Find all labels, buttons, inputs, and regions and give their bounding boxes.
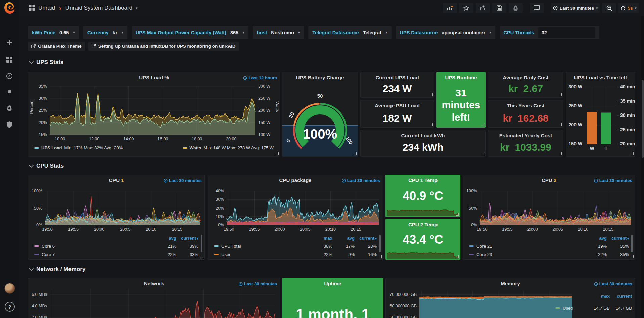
legend-series-name[interactable]: Core 21: [469, 244, 585, 249]
kiosk-mode-button[interactable]: [530, 3, 544, 13]
legend-series-name[interactable]: Core 23: [469, 252, 585, 257]
panel-resize-handle[interactable]: [354, 152, 357, 155]
legend-series-name[interactable]: User: [214, 252, 310, 257]
memory-chart[interactable]: 70.000000 GB60.000000 GB50.000000 GB: [386, 288, 577, 318]
variable-telegraf-datasource[interactable]: Telegraf Datasource Telegraf ▾: [308, 26, 391, 39]
clock-icon: [342, 179, 346, 183]
cpu1-chart[interactable]: 0%50%100%19:5019:5520:0020:0520:1020:15: [28, 184, 204, 235]
share-button[interactable]: [476, 3, 490, 13]
user-avatar[interactable]: [4, 283, 15, 294]
refresh-picker[interactable]: 5s ▾: [618, 3, 639, 13]
save-button[interactable]: [492, 3, 506, 13]
variable-kwh-price[interactable]: kWh Price 0.65 ▾: [28, 26, 79, 39]
legend-column-header[interactable]: current▾: [355, 236, 377, 241]
legend-column-header[interactable]: max: [310, 236, 332, 241]
panel-resize-handle[interactable]: [481, 123, 484, 126]
dashboards-icon[interactable]: [0, 53, 19, 66]
row-header-network-memory[interactable]: Network / Memory: [30, 266, 85, 273]
time-range-picker[interactable]: Last 30 minutes ▾: [551, 3, 600, 13]
legend-column-header[interactable]: avg: [154, 236, 176, 241]
svg-text:250 W: 250 W: [258, 96, 270, 101]
legend-series-name[interactable]: Used: [555, 306, 588, 311]
series-stats: Min: 148 W Max: 278 W Avg: 175 W: [203, 145, 274, 150]
panel-resize-handle[interactable]: [559, 93, 562, 96]
configuration-gear-icon[interactable]: [0, 102, 19, 115]
panel-title[interactable]: UPS Load %: [28, 75, 280, 80]
dashboard-caret-icon[interactable]: ▾: [136, 6, 138, 10]
load-vs-time-chart[interactable]: 150 W200 W250 W300 W20 min25 min30 min35…: [566, 72, 635, 156]
panel-resize-handle[interactable]: [430, 93, 433, 96]
series-stats: Min: 17% Max: 32% Avg: 20%: [64, 145, 123, 150]
variable-ups-datasource[interactable]: UPS Datasource apcupsd-container ▾: [396, 26, 495, 39]
panel-resize-handle[interactable]: [631, 152, 634, 155]
explore-icon[interactable]: [0, 69, 19, 83]
legend-series-ups-load[interactable]: UPS Load Min: 17% Max: 32% Avg: 20%: [34, 145, 123, 150]
panel-resize-handle[interactable]: [559, 123, 562, 126]
variable-currency[interactable]: Currency kr ▾: [83, 26, 127, 39]
legend-series-name[interactable]: Core 7: [34, 252, 154, 257]
link-ups-monitoring-guide[interactable]: Setting up Grafana and InfluxDB for UPS …: [88, 42, 239, 51]
panel-title[interactable]: CPU 2 Temp: [386, 222, 460, 227]
legend-series-watts[interactable]: Watts Min: 148 W Max: 278 W Avg: 175 W: [183, 145, 274, 150]
panel-resize-handle[interactable]: [456, 255, 459, 258]
add-icon[interactable]: [0, 36, 19, 49]
add-panel-button[interactable]: [443, 3, 457, 13]
legend-column-header[interactable]: current▾: [176, 236, 198, 241]
apps-grid-icon[interactable]: [29, 5, 35, 12]
variable-host[interactable]: host Nostromo ▾: [253, 26, 304, 39]
legend-column-header[interactable]: avg: [332, 236, 355, 241]
breadcrumb-folder[interactable]: Unraid: [38, 5, 55, 11]
panel-resize-handle[interactable]: [481, 152, 484, 155]
settings-gear-button[interactable]: [509, 3, 523, 13]
legend-scrollbar[interactable]: [631, 235, 633, 252]
link-grafana-plex-theme[interactable]: Grafana Plex Theme: [28, 42, 85, 51]
panel-title[interactable]: Current Load kWh: [361, 133, 485, 138]
legend-column-header[interactable]: current: [610, 293, 632, 299]
alerting-bell-icon[interactable]: [0, 86, 19, 99]
variable-ups-max-output[interactable]: UPS Max Output Power Capacity (Watt) 865…: [132, 26, 248, 39]
panel-title[interactable]: This Years Cost: [488, 103, 563, 108]
panel-resize-handle[interactable]: [559, 152, 562, 155]
panel-title[interactable]: Average Daily Cost: [488, 75, 563, 80]
breadcrumb-dashboard-title[interactable]: Unraid System Dashboard: [65, 5, 132, 11]
cpu-threads-input[interactable]: [538, 27, 595, 38]
legend-column-header[interactable]: avg: [585, 236, 607, 241]
help-icon[interactable]: ?: [5, 302, 15, 312]
cpu2-chart[interactable]: 0%50%100%19:5019:5520:0020:0520:1020:15: [463, 184, 634, 235]
zoom-out-button[interactable]: [602, 3, 616, 13]
panel-resize-handle[interactable]: [456, 213, 459, 216]
panel-time-range[interactable]: Last 30 minutes: [594, 178, 632, 183]
cpu-package-chart[interactable]: 0%10%20%30%40%19:5019:5520:0020:0520:102…: [208, 184, 382, 235]
panel-resize-handle[interactable]: [631, 255, 634, 258]
panel-title[interactable]: Estimated Yearly Cost: [488, 133, 563, 138]
ups-load-chart[interactable]: 15%20%25%30%35%100 W150 W200 W250 W300 W…: [28, 82, 279, 149]
legend-column-header[interactable]: current▾: [607, 236, 629, 241]
grafana-logo-icon[interactable]: [3, 1, 16, 15]
legend-row: User22%9%16%: [214, 250, 377, 258]
legend-scrollbar[interactable]: [379, 235, 381, 252]
panel-title[interactable]: Uptime: [282, 281, 383, 286]
legend-scrollbar[interactable]: [201, 235, 202, 252]
legend-column-header[interactable]: max: [588, 293, 610, 299]
legend-series-name[interactable]: Core 6: [34, 244, 154, 249]
row-header-cpu-stats[interactable]: CPU Stats: [30, 163, 64, 169]
panel-title[interactable]: UPS Runtime: [437, 75, 485, 80]
row-header-ups-stats[interactable]: UPS Stats: [30, 59, 63, 66]
panel-title[interactable]: CPU 1 Temp: [386, 177, 460, 183]
star-button[interactable]: [459, 3, 473, 13]
page-scrollbar-thumb[interactable]: [642, 80, 644, 158]
panel-title[interactable]: Current UPS Load: [361, 75, 434, 80]
admin-shield-icon[interactable]: [0, 118, 19, 131]
panel-time-range[interactable]: Last 12 hours: [243, 75, 277, 80]
panel-resize-handle[interactable]: [430, 123, 433, 126]
panel-time-range[interactable]: Last 30 minutes: [342, 178, 380, 183]
panel-resize-handle[interactable]: [379, 255, 382, 258]
panel-time-range[interactable]: Last 30 minutes: [164, 178, 202, 183]
panel-time-range[interactable]: Last 30 minutes: [594, 281, 632, 286]
panel-resize-handle[interactable]: [276, 152, 279, 155]
panel-time-range[interactable]: Last 30 minutes: [239, 281, 277, 286]
panel-resize-handle[interactable]: [200, 255, 203, 258]
legend-series-name[interactable]: CPU Total: [214, 244, 310, 249]
panel-title[interactable]: Average PSU Load: [361, 103, 434, 108]
network-chart[interactable]: 6.0 MBs4.0 MBs2.0 MBs: [28, 288, 279, 318]
